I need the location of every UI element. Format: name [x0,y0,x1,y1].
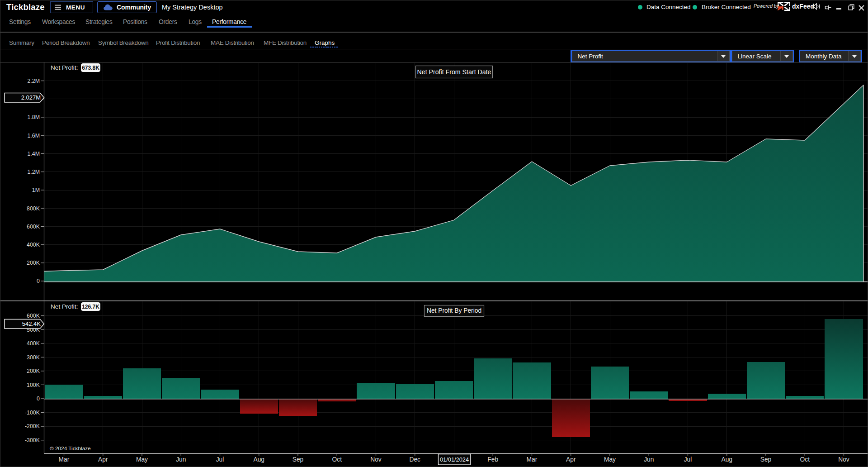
svg-text:Sep: Sep [760,456,772,463]
svg-text:673.8K: 673.8K [82,65,99,71]
svg-text:600K: 600K [27,224,40,230]
svg-text:Jun: Jun [176,456,186,463]
svg-text:Oct: Oct [800,456,810,463]
svg-text:Aug: Aug [253,456,264,463]
svg-text:Sep: Sep [292,456,304,463]
svg-text:Aug: Aug [721,456,732,463]
svg-text:-100K: -100K [25,410,40,416]
svg-text:01/01/2024: 01/01/2024 [440,456,469,463]
svg-text:Feb: Feb [487,456,498,463]
svg-text:Nov: Nov [370,456,382,463]
svg-text:© 2024 Tickblaze: © 2024 Tickblaze [50,445,91,452]
svg-text:Dec: Dec [409,456,420,463]
svg-text:200K: 200K [27,368,40,374]
svg-text:-200K: -200K [25,423,40,429]
svg-text:400K: 400K [27,242,40,248]
svg-text:200K: 200K [27,260,40,266]
svg-text:800K: 800K [27,205,40,212]
svg-text:1.6M: 1.6M [27,133,40,139]
svg-text:Mar: Mar [527,456,538,463]
svg-text:Net Profit:: Net Profit: [51,303,78,310]
svg-text:0: 0 [37,278,40,284]
svg-text:2.2M: 2.2M [27,78,40,84]
svg-text:Net Profit By Period: Net Profit By Period [427,307,481,314]
svg-text:Jun: Jun [644,456,654,463]
svg-text:Apr: Apr [566,456,576,463]
svg-text:Net Profit From Start Date: Net Profit From Start Date [417,68,491,76]
svg-text:Mar: Mar [59,456,70,463]
svg-text:Oct: Oct [332,456,342,463]
svg-text:1M: 1M [32,187,40,193]
svg-text:2.027M: 2.027M [21,94,41,101]
svg-text:Apr: Apr [98,456,108,463]
svg-text:Nov: Nov [838,456,849,463]
svg-text:126.7K: 126.7K [82,304,99,310]
svg-text:-300K: -300K [25,437,40,443]
svg-text:May: May [604,456,616,463]
svg-text:Jul: Jul [684,456,692,463]
svg-text:100K: 100K [27,382,40,388]
svg-text:400K: 400K [27,340,40,347]
svg-text:600K: 600K [27,313,40,319]
svg-text:Jul: Jul [216,456,224,463]
svg-text:1.2M: 1.2M [27,169,40,175]
svg-text:1.4M: 1.4M [27,151,40,157]
svg-text:0: 0 [37,396,40,402]
svg-text:1.8M: 1.8M [27,114,40,120]
svg-text:May: May [136,456,148,463]
svg-text:Net Profit:: Net Profit: [51,64,78,71]
svg-text:300K: 300K [27,354,40,361]
svg-text:542.4K: 542.4K [22,320,41,327]
